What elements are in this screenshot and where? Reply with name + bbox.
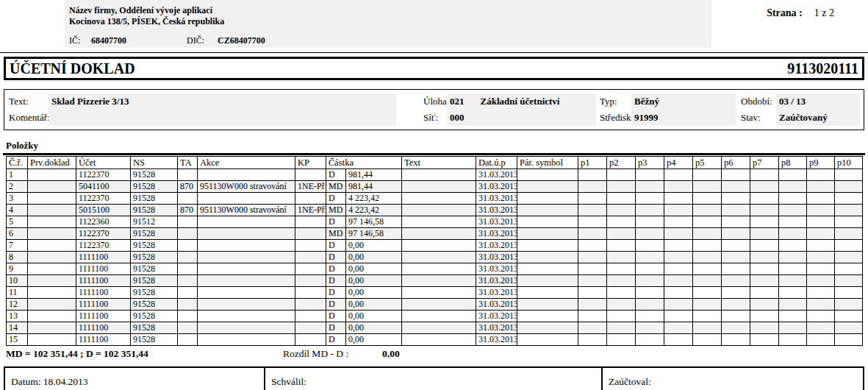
sit-value: 000 bbox=[447, 110, 596, 126]
cell-akce bbox=[198, 334, 295, 346]
cell-p5 bbox=[693, 169, 722, 181]
uloha-name: Základní účetnictví bbox=[481, 96, 560, 107]
cell-ns: 91528 bbox=[131, 193, 178, 205]
stredisko-value: 91999 bbox=[631, 110, 736, 126]
cell-datup: 31.03.2013 bbox=[476, 216, 517, 228]
cell-ta bbox=[178, 193, 198, 205]
cell-p2 bbox=[607, 193, 636, 205]
cell-ta bbox=[178, 287, 198, 299]
cell-par bbox=[517, 181, 578, 193]
ic-label: IČ: bbox=[69, 35, 91, 46]
cell-side: D bbox=[326, 311, 346, 322]
cell-akce bbox=[198, 228, 295, 240]
cell-kp bbox=[295, 311, 326, 322]
cell-p3 bbox=[636, 334, 664, 346]
info-row-1: Text: Sklad Pizzerie 3/13 Úloha: 021Zákl… bbox=[4, 93, 864, 110]
cell-castka: 0,00 bbox=[346, 311, 402, 322]
cell-p4 bbox=[664, 240, 693, 252]
cell-p2 bbox=[607, 334, 636, 346]
cell-text bbox=[402, 287, 476, 299]
col-header-ta: TA bbox=[178, 157, 198, 169]
cell-castka: 0,00 bbox=[346, 252, 402, 263]
cell-akce bbox=[198, 287, 295, 299]
cell-p2 bbox=[607, 263, 636, 275]
cell-castka: 97 146,58 bbox=[346, 216, 402, 228]
cell-p6 bbox=[722, 334, 750, 346]
cell-ns: 91528 bbox=[131, 181, 178, 193]
datum-cell: Datum: 18.04.2013 bbox=[5, 368, 265, 390]
cell-p10 bbox=[835, 334, 863, 346]
cell-p4 bbox=[664, 299, 693, 311]
cell-p4 bbox=[664, 205, 693, 216]
cell-p7 bbox=[750, 287, 779, 299]
cell-side: D bbox=[326, 287, 346, 299]
cell-prv bbox=[28, 311, 76, 322]
cell-p4 bbox=[664, 311, 693, 322]
cell-kp: 1NE-Př bbox=[295, 181, 326, 193]
info-row-2: Komentář: Síť: 000 Středisko: 91999 Stav… bbox=[4, 110, 864, 126]
cell-p7 bbox=[750, 334, 779, 346]
dic-value: CZ68407700 bbox=[218, 35, 265, 46]
cell-p10 bbox=[835, 311, 863, 322]
cell-cr: 3 bbox=[7, 193, 28, 205]
document-number: 9113020111 bbox=[787, 60, 858, 77]
cell-p7 bbox=[750, 228, 779, 240]
cell-datup: 31.03.2013 bbox=[476, 275, 517, 287]
cell-ta bbox=[178, 263, 198, 275]
col-header-p7: p7 bbox=[750, 157, 779, 169]
col-header-par-symbol: Pár. symbol bbox=[517, 157, 578, 169]
cell-akce: 951130W000 stravování bbox=[198, 205, 295, 216]
cell-cr: 10 bbox=[7, 275, 28, 287]
cell-kp bbox=[295, 252, 326, 263]
cell-p5 bbox=[693, 287, 722, 299]
cell-p2 bbox=[607, 216, 636, 228]
items-section-label: Položky bbox=[6, 140, 868, 152]
cell-p7 bbox=[750, 299, 779, 311]
col-header-p8: p8 bbox=[779, 157, 807, 169]
cell-datup: 31.03.2013 bbox=[476, 263, 517, 275]
cell-side: D bbox=[326, 299, 346, 311]
col-header-castka: Částka bbox=[326, 157, 402, 169]
cell-p8 bbox=[779, 228, 807, 240]
cell-cr: 8 bbox=[7, 252, 28, 263]
cell-par bbox=[517, 263, 578, 275]
cell-p9 bbox=[807, 311, 835, 322]
cell-cr: 5 bbox=[7, 216, 28, 228]
signature-box: Datum: 18.04.2013 Schválil: Zaúčtoval: bbox=[4, 366, 864, 390]
cell-akce bbox=[198, 275, 295, 287]
col-header-p5: p5 bbox=[693, 157, 722, 169]
cell-side: D bbox=[326, 252, 346, 263]
cell-ns: 91528 bbox=[131, 311, 178, 322]
cell-side: D bbox=[326, 193, 346, 205]
cell-akce bbox=[198, 216, 295, 228]
cell-p5 bbox=[693, 311, 722, 322]
cell-p4 bbox=[664, 275, 693, 287]
cell-p10 bbox=[835, 299, 863, 311]
cell-par bbox=[517, 334, 578, 346]
cell-side: D bbox=[326, 263, 346, 275]
cell-par bbox=[517, 228, 578, 240]
cell-par bbox=[517, 287, 578, 299]
cell-par bbox=[517, 169, 578, 181]
cell-p9 bbox=[807, 287, 835, 299]
cell-p8 bbox=[779, 287, 807, 299]
cell-par bbox=[517, 275, 578, 287]
cell-p5 bbox=[693, 181, 722, 193]
cell-p1 bbox=[578, 263, 607, 275]
cell-p5 bbox=[693, 275, 722, 287]
table-row: 12111110091528D0,0031.03.2013 bbox=[7, 299, 863, 311]
cell-text bbox=[402, 275, 476, 287]
cell-ns: 91528 bbox=[131, 322, 178, 334]
cell-ta bbox=[178, 252, 198, 263]
cell-p6 bbox=[722, 193, 750, 205]
uloha-label: Úloha: bbox=[396, 96, 447, 107]
col-header-p9: p9 bbox=[807, 157, 835, 169]
cell-text bbox=[402, 311, 476, 322]
cell-cr: 15 bbox=[7, 334, 28, 346]
cell-p1 bbox=[578, 334, 607, 346]
table-row: 14111110091528D0,0031.03.2013 bbox=[7, 322, 863, 334]
cell-p3 bbox=[636, 181, 664, 193]
cell-p10 bbox=[835, 263, 863, 275]
cell-p7 bbox=[750, 252, 779, 263]
company-name: Název firmy, Oddělení vývoje aplikací bbox=[69, 5, 711, 16]
